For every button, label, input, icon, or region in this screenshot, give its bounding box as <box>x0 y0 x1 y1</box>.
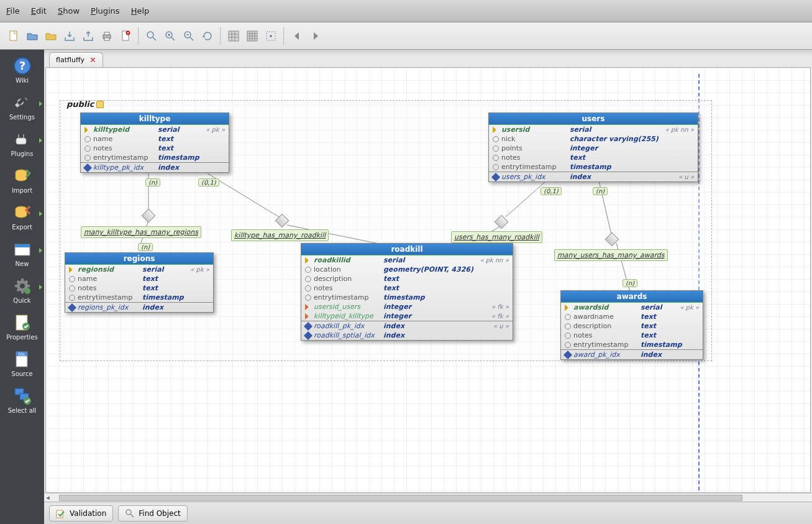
rel-label[interactable]: users_has_many_roadkill <box>451 231 542 243</box>
table-column[interactable]: entrytimestamptimestamp <box>81 153 229 162</box>
sidebar-import[interactable]: Import <box>4 166 41 194</box>
sidebar-label: Properties <box>6 334 38 341</box>
table-column[interactable]: notestext <box>561 331 703 340</box>
rel-label[interactable]: many_killtype_has_many_regions <box>81 226 201 238</box>
table-column[interactable]: entrytimestamptimestamp <box>489 162 698 172</box>
column-constraint: « pk nn » <box>665 126 694 133</box>
column-icon <box>84 155 91 161</box>
table-column[interactable]: killtypeidserial« pk » <box>81 125 229 134</box>
print-button[interactable] <box>98 27 116 45</box>
import-tray-button[interactable] <box>61 27 78 45</box>
column-type: serial <box>641 303 677 311</box>
table-column[interactable]: regionsidserial« pk » <box>65 265 213 274</box>
table-column[interactable]: notestext <box>301 283 513 293</box>
column-constraint: « pk » <box>206 126 225 133</box>
table-column[interactable]: nametext <box>65 274 213 283</box>
erd-canvas[interactable]: public (n) <box>45 67 811 493</box>
table-roadkill[interactable]: roadkill roadkillidserial« pk nn »locati… <box>301 243 513 341</box>
zoom-in-button[interactable] <box>162 27 179 45</box>
menu-plugins[interactable]: Plugins <box>91 6 120 16</box>
table-column[interactable]: entrytimestamptimestamp <box>301 293 513 302</box>
table-index[interactable]: award_pk_idxindex <box>561 350 703 359</box>
sidebar-label: Wiki <box>16 77 29 84</box>
table-column[interactable]: nickcharacter varying(255) <box>489 134 698 144</box>
column-type: timestamp <box>158 154 222 162</box>
table-column[interactable]: awardnametext <box>561 312 703 321</box>
column-type: text <box>142 275 207 283</box>
export-tray-button[interactable] <box>80 27 97 45</box>
zoom-fit-button[interactable] <box>143 27 160 45</box>
grid-large-button[interactable] <box>225 27 242 45</box>
sidebar-source[interactable]: SQL Source <box>4 349 41 377</box>
column-icon <box>493 136 499 142</box>
column-type: timestamp <box>142 293 207 301</box>
column-type: text <box>158 135 222 143</box>
table-column[interactable]: notestext <box>81 144 229 153</box>
table-users[interactable]: users usersidserial« pk nn »nickcharacte… <box>488 113 698 182</box>
sidebar-plugins[interactable]: Plugins <box>4 129 41 157</box>
refresh-button[interactable] <box>199 27 216 45</box>
table-regions[interactable]: regions regionsidserial« pk »nametextnot… <box>65 252 214 313</box>
rel-label[interactable]: many_users_has_many_awards <box>554 249 668 261</box>
sidebar-wiki[interactable]: ? Wiki <box>4 56 41 84</box>
sidebar-export[interactable]: Export <box>4 203 41 231</box>
table-column[interactable]: usersid_usersinteger« fk » <box>301 302 513 311</box>
menu-file[interactable]: File <box>6 6 20 16</box>
table-killtype[interactable]: killtype killtypeidserial« pk »nametextn… <box>80 113 229 173</box>
tab-flatfluffy[interactable]: flatfluffy ✕ <box>49 52 103 67</box>
sidebar-label: Settings <box>9 114 35 121</box>
menu-edit[interactable]: Edit <box>31 6 47 16</box>
new-icon <box>12 239 32 259</box>
table-column[interactable]: descriptiontext <box>301 274 513 283</box>
table-index[interactable]: roadkill_pk_idxindex« u » <box>301 321 513 331</box>
table-index[interactable]: roadkill_sptial_idxindex <box>301 331 513 340</box>
table-index[interactable]: users_pk_idxindex« u » <box>489 172 698 182</box>
next-button[interactable] <box>307 27 324 45</box>
rel-label[interactable]: killtype_has_many_roadkill <box>231 229 329 241</box>
index-name: roadkill_pk_idx <box>314 322 381 330</box>
sidebar-new[interactable]: New <box>4 239 41 267</box>
validation-button[interactable]: Validation <box>49 505 113 522</box>
table-index[interactable]: regions_pk_idxindex <box>65 303 213 312</box>
table-title: roadkill <box>301 244 513 255</box>
table-column[interactable]: descriptiontext <box>561 321 703 331</box>
sidebar-settings[interactable]: Settings <box>4 93 41 121</box>
table-awards[interactable]: awards awardsidserial« pk »awardnametext… <box>560 290 703 360</box>
menu-show[interactable]: Show <box>58 6 80 16</box>
table-column[interactable]: notestext <box>489 153 698 162</box>
table-index[interactable]: killtype_pk_idxindex <box>81 163 229 172</box>
menu-help[interactable]: Help <box>131 6 150 16</box>
h-scrollbar[interactable]: ◂ <box>44 493 812 502</box>
sidebar-selectall[interactable]: Select all <box>4 386 41 414</box>
open-button[interactable] <box>24 27 41 45</box>
new-file-button[interactable] <box>5 27 22 45</box>
table-column[interactable]: entrytimestamptimestamp <box>561 340 703 349</box>
column-icon <box>69 276 75 282</box>
table-column[interactable]: notestext <box>65 283 213 293</box>
sidebar-quick[interactable]: Quick <box>4 276 41 304</box>
open-folder-button[interactable] <box>42 27 60 45</box>
table-column[interactable]: entrytimestamptimestamp <box>65 293 213 302</box>
cardinality: (n) <box>623 279 637 287</box>
table-column[interactable]: usersidserial« pk nn » <box>489 125 698 134</box>
column-icon <box>493 164 499 170</box>
close-icon[interactable]: ✕ <box>89 55 96 65</box>
find-object-button[interactable]: Find Object <box>118 505 187 522</box>
sidebar-label: New <box>16 260 29 267</box>
grid-small-button[interactable] <box>244 27 261 45</box>
table-column[interactable]: killtypeid_killtypeinteger« fk » <box>301 311 513 321</box>
index-constraint: « u » <box>493 323 509 329</box>
page-setup-button[interactable] <box>117 27 134 45</box>
table-column[interactable]: pointsinteger <box>489 144 698 153</box>
sidebar-properties[interactable]: Properties <box>4 313 41 341</box>
snap-button[interactable] <box>262 27 280 45</box>
index-name: regions_pk_idx <box>78 303 140 311</box>
table-column[interactable]: nametext <box>81 134 229 144</box>
table-column[interactable]: roadkillidserial« pk nn » <box>301 255 513 265</box>
table-column[interactable]: locationgeometry(POINT, 4326) <box>301 265 513 274</box>
table-column[interactable]: awardsidserial« pk » <box>561 303 703 312</box>
prev-button[interactable] <box>288 27 306 45</box>
zoom-out-button[interactable] <box>180 27 198 45</box>
column-type: text <box>383 284 506 292</box>
index-icon <box>304 321 312 330</box>
